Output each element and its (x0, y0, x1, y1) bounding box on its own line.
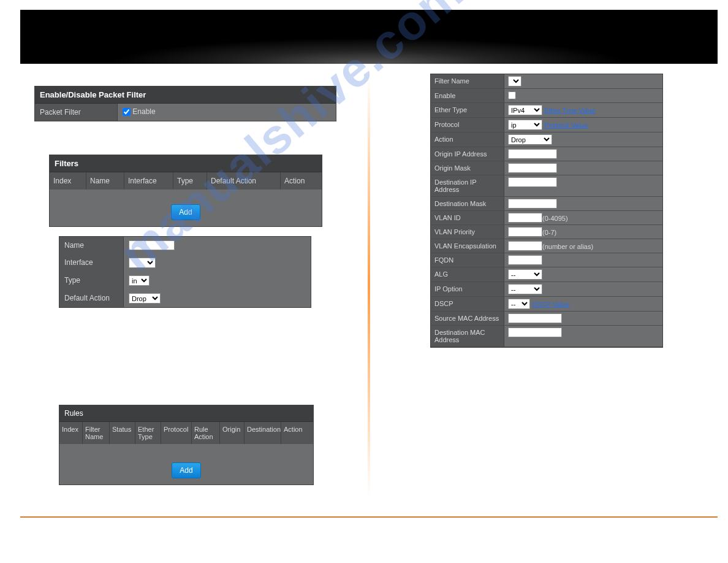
panel1-row-value: Enable (118, 104, 336, 121)
th-r-rule-action: Rule Action (192, 422, 220, 444)
dscp-value-link[interactable]: DSCP Value (532, 301, 569, 308)
p5-src-mac-label: Source MAC Address (431, 312, 504, 325)
p5-vlan-encap-input[interactable] (508, 241, 542, 251)
p5-filter-name-select[interactable] (508, 76, 521, 86)
th-r-status: Status (110, 422, 135, 444)
panel-rules: Rules Index Filter Name Status Ether Typ… (59, 405, 314, 485)
p5-ether-type-select[interactable]: IPv4 (508, 105, 542, 115)
p5-ether-type-label: Ether Type (431, 103, 504, 117)
panel1-row-label: Packet Filter (35, 104, 118, 121)
p3-type-select[interactable]: in (129, 275, 150, 286)
p5-dst-mac-label: Destination MAC Address (431, 326, 504, 347)
p5-vlan-prio-hint: (0-7) (542, 229, 556, 236)
p5-dest-ip-input[interactable] (508, 177, 557, 187)
p5-dscp-label: DSCP (431, 297, 504, 311)
p5-fqdn-input[interactable] (508, 255, 542, 265)
th-default-action: Default Action (207, 172, 281, 190)
p5-action-label: Action (431, 132, 504, 147)
p3-name-input[interactable] (129, 240, 175, 250)
p5-enable-checkbox[interactable] (508, 91, 516, 99)
p5-vlan-encap-label: VLAN Encapsulation (431, 239, 504, 253)
p5-vlan-encap-hint: (number or alias) (542, 243, 593, 250)
p5-dest-ip-label: Destination IP Address (431, 175, 504, 196)
p5-src-mac-input[interactable] (508, 313, 562, 323)
packet-filter-enable-checkbox[interactable] (123, 108, 131, 116)
th-r-protocol: Protocol (161, 422, 192, 444)
top-banner (20, 10, 718, 64)
p5-dscp-select[interactable]: -- (508, 299, 530, 309)
p5-vlan-id-label: VLAN ID (431, 211, 504, 224)
filters-table-header: Index Name Interface Type Default Action… (50, 172, 322, 190)
p5-vlan-id-hint: (0-4095) (542, 215, 568, 222)
p5-origin-ip-input[interactable] (508, 149, 557, 159)
th-r-filter-name: Filter Name (83, 422, 110, 444)
protocol-value-link[interactable]: Protocol Value (544, 121, 588, 129)
p3-default-action-select[interactable]: Drop (129, 293, 161, 304)
bottom-rule (20, 516, 718, 518)
panel2-title: Filters (50, 155, 322, 172)
p5-alg-select[interactable]: -- (508, 269, 542, 280)
p5-protocol-select[interactable]: ip (508, 120, 542, 130)
p3-default-action-label: Default Action (59, 289, 124, 307)
rules-table-header: Index Filter Name Status Ether Type Prot… (59, 422, 313, 444)
panel4-title: Rules (59, 405, 313, 422)
p5-vlan-prio-input[interactable] (508, 227, 542, 237)
p5-enable-label: Enable (431, 89, 504, 102)
panel-filters: Filters Index Name Interface Type Defaul… (49, 155, 322, 227)
filters-table-body: Add (50, 190, 322, 226)
p5-vlan-prio-label: VLAN Priority (431, 225, 504, 239)
ether-type-value-link[interactable]: Ether Type Value (544, 107, 595, 114)
panel-rule-form: Filter Name Enable Ether TypeIPv4 Ether … (430, 74, 663, 348)
th-index: Index (50, 172, 86, 190)
panel1-title: Enable/Disable Packet Filter (35, 86, 336, 104)
th-r-index: Index (59, 422, 83, 444)
p5-action-select[interactable]: Drop (508, 134, 552, 145)
panel-filter-form: Name Interface Type in Default Action Dr… (59, 236, 311, 308)
filters-add-button[interactable]: Add (171, 204, 200, 220)
p3-interface-select[interactable] (129, 258, 156, 268)
p5-ip-option-select[interactable]: -- (508, 284, 542, 294)
rules-table-body: Add (59, 444, 313, 484)
th-r-destination: Destination (245, 422, 281, 444)
rules-add-button[interactable]: Add (172, 462, 200, 478)
p5-origin-mask-label: Origin Mask (431, 161, 504, 175)
th-r-origin: Origin (220, 422, 245, 444)
panel-enable-packet-filter: Enable/Disable Packet Filter Packet Filt… (34, 86, 336, 121)
p5-dest-mask-input[interactable] (508, 199, 557, 209)
p3-interface-label: Interface (59, 254, 124, 272)
column-divider (368, 74, 370, 497)
p5-vlan-id-input[interactable] (508, 213, 542, 223)
p5-protocol-label: Protocol (431, 118, 504, 132)
p3-name-label: Name (59, 237, 124, 254)
p5-dst-mac-input[interactable] (508, 327, 562, 337)
th-action: Action (281, 172, 322, 190)
th-name: Name (86, 172, 124, 190)
th-type: Type (173, 172, 207, 190)
p5-origin-mask-input[interactable] (508, 163, 557, 173)
p3-type-label: Type (59, 272, 124, 289)
th-interface: Interface (124, 172, 173, 190)
p5-origin-ip-label: Origin IP Address (431, 147, 504, 161)
p5-dest-mask-label: Destination Mask (431, 197, 504, 210)
p5-filter-name-label: Filter Name (431, 74, 504, 88)
th-r-action: Action (281, 422, 313, 444)
th-r-ether-type: Ether Type (135, 422, 161, 444)
p5-fqdn-label: FQDN (431, 253, 504, 267)
p5-alg-label: ALG (431, 267, 504, 282)
packet-filter-enable-label: Enable (132, 107, 155, 116)
p5-ip-option-label: IP Option (431, 282, 504, 296)
